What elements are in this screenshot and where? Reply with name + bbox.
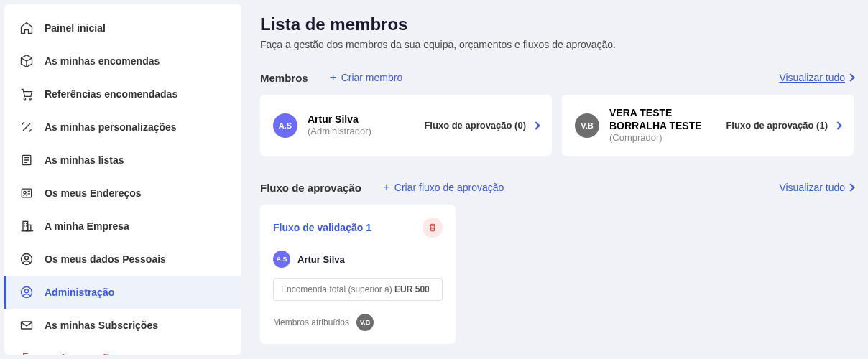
chevron-right-icon	[846, 73, 854, 81]
member-flow-label: Fluxo de aprovação (1)	[726, 120, 828, 131]
address-icon	[19, 185, 34, 201]
chevron-right-icon	[834, 121, 841, 129]
sidebar: Painel inicial As minhas encomendas Refe…	[4, 4, 241, 355]
member-card[interactable]: A.S Artur Silva (Administrador) Fluxo de…	[260, 95, 552, 156]
sidebar-item-listas[interactable]: As minhas listas	[4, 144, 241, 177]
condition-prefix: Encomenda total (superior a)	[281, 284, 394, 294]
package-icon	[19, 53, 34, 69]
sidebar-item-personalizacoes[interactable]: As minhas personalizações	[4, 111, 241, 144]
svg-point-1	[29, 98, 32, 100]
avatar: V.B	[575, 113, 599, 138]
assigned-label: Membros atribuídos	[273, 317, 349, 327]
member-name: VERA TESTE BORRALHA TESTE	[609, 106, 716, 132]
sidebar-item-referencias[interactable]: Referências encomendadas	[4, 78, 241, 111]
tools-icon	[19, 119, 34, 135]
chevron-right-icon	[846, 184, 854, 192]
home-icon	[19, 20, 34, 36]
svg-point-0	[24, 98, 26, 100]
delete-flow-button[interactable]	[423, 218, 443, 238]
sidebar-item-label: Os meus Endereços	[45, 187, 142, 199]
member-role: (Comprador)	[609, 132, 716, 144]
condition-value: EUR 500	[394, 284, 430, 294]
create-member-link[interactable]: + Criar membro	[330, 70, 403, 85]
flow-condition: Encomenda total (superior a) EUR 500	[273, 278, 443, 301]
flows-section-title: Fluxo de aprovação	[260, 182, 361, 194]
avatar: A.S	[273, 251, 290, 268]
sidebar-item-administracao[interactable]: Administração	[4, 276, 241, 309]
member-name: Artur Silva	[308, 113, 414, 126]
list-icon	[19, 152, 34, 168]
plus-icon: +	[383, 180, 390, 195]
page-subtitle: Faça a gestão dos membros da sua equipa,…	[260, 39, 854, 50]
sidebar-item-label: Referências encomendadas	[45, 88, 177, 100]
flow-approver-name: Artur Silva	[297, 254, 345, 265]
view-all-label: Visualizar tudo	[779, 72, 845, 83]
sidebar-item-label: As minhas listas	[45, 154, 124, 166]
main-content: Lista de membros Faça a gestão dos membr…	[246, 0, 868, 359]
sidebar-item-label: Fechar sessão	[45, 353, 114, 355]
flow-name[interactable]: Fluxo de validação 1	[273, 222, 371, 233]
sidebar-item-label: As minhas encomendas	[45, 55, 160, 67]
sidebar-item-label: A minha Empresa	[45, 220, 129, 232]
members-section-head: Membros + Criar membro Visualizar tudo	[260, 70, 854, 85]
view-all-flows-link[interactable]: Visualizar tudo	[779, 182, 854, 193]
flow-card: Fluxo de validação 1 A.S Artur Silva Enc…	[260, 205, 456, 344]
logout-icon	[19, 350, 34, 355]
trash-icon	[428, 223, 438, 233]
flow-approver: A.S Artur Silva	[273, 251, 443, 268]
member-flow-label: Fluxo de aprovação (0)	[424, 120, 526, 131]
member-info: VERA TESTE BORRALHA TESTE (Comprador)	[609, 106, 716, 144]
create-flow-label: Criar fluxo de aprovação	[394, 182, 504, 193]
view-all-members-link[interactable]: Visualizar tudo	[779, 72, 854, 83]
plus-icon: +	[330, 70, 337, 85]
member-flow-link[interactable]: Fluxo de aprovação (0)	[424, 120, 539, 131]
sidebar-item-dados-pessoais[interactable]: Os meus dados Pessoais	[4, 243, 241, 276]
avatar: A.S	[273, 113, 297, 138]
sidebar-item-enderecos[interactable]: Os meus Endereços	[4, 177, 241, 210]
member-info: Artur Silva (Administrador)	[308, 113, 414, 138]
avatar: V.B	[356, 314, 374, 331]
svg-point-10	[25, 289, 29, 293]
member-role: (Administrador)	[308, 126, 414, 138]
page-title: Lista de membros	[260, 14, 854, 34]
mail-icon	[19, 317, 34, 333]
create-member-label: Criar membro	[341, 72, 403, 83]
svg-rect-5	[23, 221, 28, 230]
svg-rect-6	[28, 225, 31, 230]
user-icon	[19, 251, 34, 267]
sidebar-item-empresa[interactable]: A minha Empresa	[4, 210, 241, 243]
building-icon	[19, 218, 34, 234]
svg-point-4	[24, 192, 26, 194]
sidebar-item-painel-inicial[interactable]: Painel inicial	[4, 11, 241, 45]
sidebar-item-logout[interactable]: Fechar sessão	[4, 342, 241, 355]
svg-rect-11	[22, 322, 32, 329]
admin-icon	[19, 284, 34, 300]
member-card[interactable]: V.B VERA TESTE BORRALHA TESTE (Comprador…	[562, 95, 854, 156]
svg-point-8	[25, 256, 29, 260]
flows-section-head: Fluxo de aprovação + Criar fluxo de apro…	[260, 180, 854, 195]
sidebar-item-label: Administração	[45, 286, 114, 298]
members-row: A.S Artur Silva (Administrador) Fluxo de…	[260, 95, 854, 156]
members-section-title: Membros	[260, 72, 308, 84]
sidebar-item-encomendas[interactable]: As minhas encomendas	[4, 45, 241, 78]
sidebar-item-subscricoes[interactable]: As minhas Subscrições	[4, 309, 241, 342]
sidebar-item-label: As minhas personalizações	[45, 121, 177, 133]
flow-assigned-row: Membros atribuídos V.B	[273, 314, 443, 331]
sidebar-item-label: As minhas Subscrições	[45, 320, 158, 331]
sidebar-item-label: Os meus dados Pessoais	[45, 253, 166, 265]
chevron-right-icon	[532, 121, 540, 129]
create-flow-link[interactable]: + Criar fluxo de aprovação	[383, 180, 504, 195]
view-all-label: Visualizar tudo	[779, 182, 845, 193]
sidebar-item-label: Painel inicial	[45, 22, 106, 34]
member-flow-link[interactable]: Fluxo de aprovação (1)	[726, 120, 841, 131]
cart-icon	[19, 86, 34, 102]
